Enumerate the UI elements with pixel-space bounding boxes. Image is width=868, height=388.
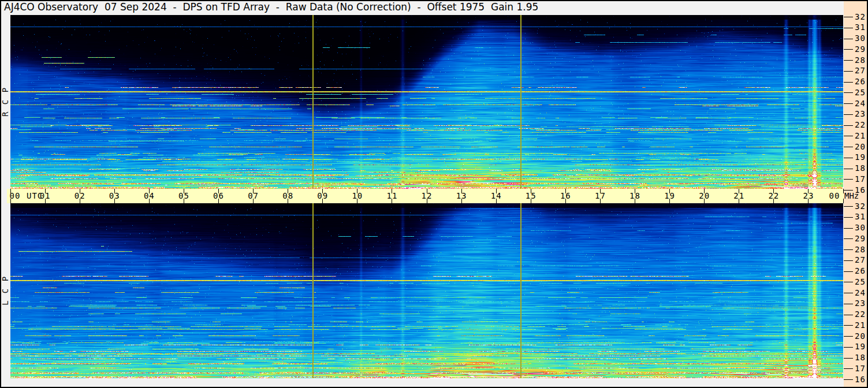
freq-label: 25 [855,277,866,286]
freq-tick [844,304,853,304]
freq-tick [844,336,853,337]
freq-tick [844,82,853,83]
hour-label: 07 [248,191,259,200]
hour-label: 00 [10,191,21,200]
freq-label: 17 [855,174,866,184]
hour-label: 19 [664,191,675,200]
freq-tick [844,315,853,315]
spectrogram-page: AJ4CO Observatory 07 Sep 2024 - DPS on T… [0,0,868,388]
freq-tick [844,114,853,115]
freq-label: 26 [855,266,866,275]
freq-tick [844,39,853,39]
hour-label: 22 [768,191,779,200]
freq-tick [844,293,853,293]
freq-label: 24 [855,99,866,108]
freq-tick [844,190,853,191]
freq-label: 32 [855,202,866,211]
freq-label: 28 [855,245,866,254]
freq-label: 19 [855,152,866,162]
hour-label: 05 [178,191,189,200]
freq-tick [844,325,853,326]
freq-tick [844,379,853,380]
freq-tick [844,169,853,169]
freq-label: 29 [855,234,866,243]
freq-tick [844,249,853,250]
freq-tick [844,260,853,261]
freq-tick [844,17,853,17]
rcp-spectrogram [10,15,843,189]
freq-label: 16 [855,375,866,384]
time-tick-bottom [843,199,844,203]
freq-label: 22 [855,309,866,319]
hour-label: 14 [491,191,502,200]
freq-label: 23 [855,109,866,118]
freq-label: 27 [855,66,866,75]
hour-label: 18 [629,191,640,200]
freq-label: 19 [855,342,866,351]
freq-label: 30 [855,33,866,43]
freq-tick [844,49,853,50]
freq-tick [844,125,853,126]
freq-label: 24 [855,288,866,297]
hour-label: 23 [803,191,814,200]
time-axis: 0001020304050607080910111213141516171819… [7,189,844,203]
freq-label: 31 [855,212,866,221]
freq-label: 27 [855,255,866,264]
freq-tick [844,358,853,359]
freq-tick [844,238,853,239]
freq-label: 28 [855,55,866,65]
title-bar: AJ4CO Observatory 07 Sep 2024 - DPS on T… [4,1,538,13]
hour-label: 17 [595,191,606,200]
freq-tick [844,103,853,104]
hour-label: 15 [526,191,537,200]
page-title: AJ4CO Observatory 07 Sep 2024 - DPS on T… [4,1,538,13]
freq-tick [844,71,853,72]
lcp-panel-label: L C P [1,275,10,305]
freq-tick [844,28,853,28]
hour-label: 04 [144,191,155,200]
freq-tick [844,136,853,136]
freq-tick [844,282,853,282]
freq-label: 21 [855,320,866,330]
hour-label: 16 [560,191,571,200]
freq-tick [844,228,853,229]
freq-label: 20 [855,331,866,341]
freq-label: 30 [855,223,866,232]
freq-tick [844,217,853,218]
freq-label: 20 [855,142,866,151]
freq-label: 23 [855,299,866,308]
freq-label: 26 [855,77,866,86]
freq-tick [844,206,853,207]
freq-tick [844,60,853,61]
freq-label: 18 [855,353,866,362]
freq-tick [844,179,853,180]
freq-label: 17 [855,364,866,373]
rcp-panel-label: R C P [1,87,10,117]
hour-label: 20 [699,191,710,200]
freq-tick [844,92,853,93]
utc-label: UTC [27,191,43,200]
freq-label: 31 [855,23,866,32]
hour-label: 21 [733,191,744,200]
hour-label: 02 [74,191,85,200]
freq-label: 32 [855,12,866,21]
freq-label: 18 [855,163,866,173]
hour-label: 11 [386,191,397,200]
freq-label: 21 [855,131,866,140]
hour-label: 08 [282,191,293,200]
freq-label: 22 [855,120,866,129]
hour-label: 13 [456,191,467,200]
freq-label: 25 [855,88,866,97]
hour-label: 06 [213,191,224,200]
freq-tick [844,347,853,348]
freq-tick [844,158,853,158]
freq-tick [844,368,853,369]
hour-label: 03 [109,191,120,200]
freq-tick [844,271,853,272]
hour-label: 09 [317,191,328,200]
hour-label: 12 [422,191,433,200]
hour-label: 10 [352,191,363,200]
lcp-spectrogram [10,203,843,378]
freq-tick [844,147,853,147]
hour-label: 00 [829,191,840,200]
